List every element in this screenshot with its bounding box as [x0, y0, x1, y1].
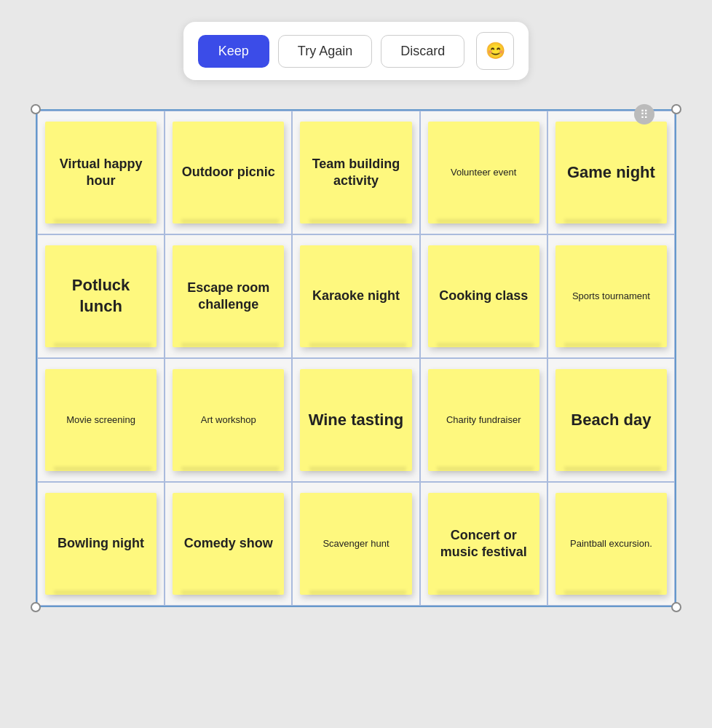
- sticky-note-r4c5[interactable]: Paintball excursion.: [555, 493, 667, 595]
- note-text-r1c1: Virtual happy hour: [51, 156, 151, 190]
- grid-cell-r3c3: Wine tasting: [292, 358, 419, 482]
- grid-cell-r1c4: Volunteer event: [420, 111, 547, 234]
- sticky-note-r4c1[interactable]: Bowling night: [45, 493, 157, 595]
- grid-cell-r3c1: Movie screening: [37, 358, 165, 482]
- note-text-r1c2: Outdoor picnic: [182, 164, 275, 181]
- grid-cell-r1c3: Team building activity: [292, 111, 419, 234]
- note-text-r4c3: Scavenger hunt: [323, 538, 389, 550]
- emoji-button[interactable]: 😊: [476, 32, 514, 70]
- grid-cell-r3c4: Charity fundraiser: [420, 358, 547, 482]
- note-text-r2c3: Karaoke night: [312, 288, 400, 304]
- note-text-r4c1: Bowling night: [58, 535, 144, 552]
- note-text-r3c5: Beach day: [571, 410, 651, 431]
- grid-cell-r3c5: Beach day: [547, 358, 675, 482]
- grid-cell-r2c5: Sports tournament: [547, 234, 675, 358]
- try-again-button[interactable]: Try Again: [278, 35, 372, 68]
- sticky-note-r2c2[interactable]: Escape room challenge: [173, 245, 284, 347]
- corner-handle-tr[interactable]: [671, 104, 681, 114]
- sticky-note-r1c5[interactable]: Game night: [555, 122, 667, 223]
- sticky-note-r2c5[interactable]: Sports tournament: [555, 245, 667, 347]
- sticky-note-r2c4[interactable]: Cooking class: [428, 245, 539, 347]
- sticky-note-r4c3[interactable]: Scavenger hunt: [300, 493, 411, 595]
- grid-cell-r4c4: Concert or music festival: [420, 482, 547, 606]
- note-text-r2c1: Potluck lunch: [51, 275, 151, 317]
- note-text-r2c5: Sports tournament: [572, 290, 650, 303]
- note-text-r4c2: Comedy show: [184, 535, 273, 552]
- keep-button[interactable]: Keep: [198, 35, 269, 68]
- grid-cell-r2c1: Potluck lunch: [37, 234, 165, 358]
- note-text-r4c4: Concert or music festival: [434, 527, 534, 561]
- sticky-note-r3c3[interactable]: Wine tasting: [300, 369, 411, 471]
- grid-cell-r1c1: Virtual happy hour: [37, 111, 165, 234]
- sticky-note-r2c1[interactable]: Potluck lunch: [45, 245, 157, 347]
- note-text-r2c2: Escape room challenge: [178, 280, 278, 314]
- discard-button[interactable]: Discard: [381, 35, 464, 68]
- grid-cell-r2c3: Karaoke night: [292, 234, 419, 358]
- grid-wrapper: ⠿ Virtual happy hourOutdoor picnicTeam b…: [36, 109, 676, 607]
- note-text-r2c4: Cooking class: [439, 288, 528, 304]
- sticky-note-r1c4[interactable]: Volunteer event: [428, 122, 539, 223]
- grid-cell-r2c4: Cooking class: [420, 234, 547, 358]
- note-text-r3c2: Art workshop: [201, 414, 256, 427]
- sticky-note-r1c2[interactable]: Outdoor picnic: [173, 122, 284, 223]
- sticky-note-r1c3[interactable]: Team building activity: [300, 122, 411, 223]
- grid-cell-r1c2: Outdoor picnic: [165, 111, 292, 234]
- corner-handle-bl[interactable]: [31, 602, 41, 612]
- grid-cell-r4c5: Paintball excursion.: [547, 482, 675, 606]
- sticky-note-r2c3[interactable]: Karaoke night: [300, 245, 411, 347]
- grid-cell-r1c5: Game night: [547, 111, 675, 234]
- corner-handle-br[interactable]: [671, 602, 681, 612]
- grid-cell-r3c2: Art workshop: [165, 358, 292, 482]
- sticky-grid: Virtual happy hourOutdoor picnicTeam bui…: [36, 109, 676, 607]
- note-text-r3c4: Charity fundraiser: [446, 414, 521, 427]
- grid-cell-r4c2: Comedy show: [165, 482, 292, 606]
- note-text-r1c3: Team building activity: [306, 156, 406, 190]
- sticky-note-r3c1[interactable]: Movie screening: [45, 369, 157, 471]
- sticky-note-r1c1[interactable]: Virtual happy hour: [45, 122, 157, 223]
- note-text-r1c4: Volunteer event: [451, 167, 516, 179]
- sticky-note-r3c5[interactable]: Beach day: [555, 369, 667, 471]
- sticky-note-r4c4[interactable]: Concert or music festival: [428, 493, 539, 595]
- sticky-note-r4c2[interactable]: Comedy show: [173, 493, 284, 595]
- corner-handle-tl[interactable]: [31, 104, 41, 114]
- grid-cell-r4c1: Bowling night: [37, 482, 165, 606]
- drag-handle[interactable]: ⠿: [634, 104, 654, 124]
- note-text-r3c3: Wine tasting: [309, 410, 404, 431]
- sticky-note-r3c2[interactable]: Art workshop: [173, 369, 284, 471]
- note-text-r4c5: Paintball excursion.: [570, 538, 652, 550]
- note-text-r3c1: Movie screening: [66, 414, 135, 427]
- grid-cell-r2c2: Escape room challenge: [165, 234, 292, 358]
- toolbar: Keep Try Again Discard 😊: [183, 22, 529, 80]
- note-text-r1c5: Game night: [567, 162, 655, 183]
- sticky-note-r3c4[interactable]: Charity fundraiser: [428, 369, 539, 471]
- grid-cell-r4c3: Scavenger hunt: [292, 482, 419, 606]
